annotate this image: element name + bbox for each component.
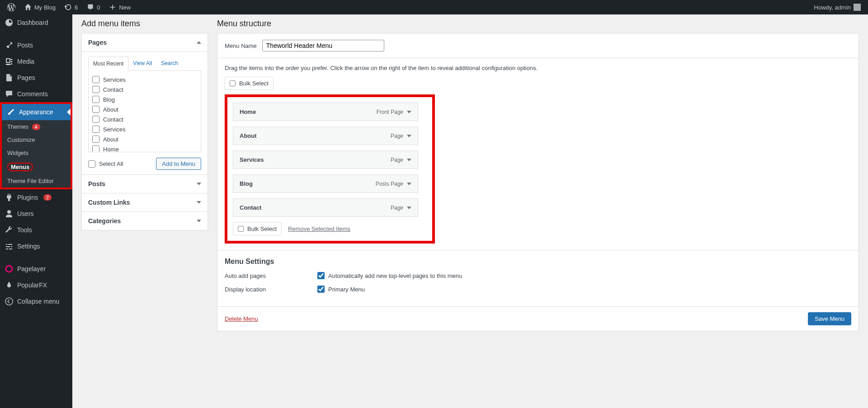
highlighted-appearance-section: Appearance Themes 4 Customize Widgets Me… bbox=[0, 102, 72, 189]
sidebar-media[interactable]: Media bbox=[0, 53, 72, 70]
tab-most-recent[interactable]: Most Recent bbox=[88, 56, 128, 71]
popularfx-icon bbox=[5, 281, 14, 290]
chevron-down-icon bbox=[197, 183, 201, 185]
comments-link[interactable]: 0 bbox=[83, 0, 104, 14]
plus-icon bbox=[109, 4, 116, 11]
plugins-badge: 2 bbox=[43, 194, 52, 201]
page-checkbox-item[interactable]: Contact bbox=[92, 114, 197, 124]
brush-icon bbox=[6, 108, 15, 117]
sidebar-pagelayer[interactable]: Pagelayer bbox=[0, 261, 72, 277]
page-checkbox-item[interactable]: About bbox=[92, 104, 197, 114]
chevron-down-icon[interactable] bbox=[407, 111, 411, 113]
page-checkbox[interactable] bbox=[92, 96, 99, 103]
dashboard-icon bbox=[5, 18, 14, 27]
menu-structure-box: Menu Name Drag the items into the order … bbox=[217, 33, 859, 331]
save-menu-button[interactable]: Save Menu bbox=[808, 312, 851, 325]
chevron-down-icon[interactable] bbox=[407, 206, 411, 209]
sidebar-settings[interactable]: Settings bbox=[0, 238, 72, 254]
bulk-select-top[interactable]: Bulk Select bbox=[225, 77, 274, 90]
svg-point-1 bbox=[5, 298, 13, 305]
home-icon bbox=[24, 4, 32, 11]
menu-settings-title: Menu Settings bbox=[225, 258, 851, 266]
page-checkbox-item[interactable]: About bbox=[92, 134, 197, 144]
sidebar-comments[interactable]: Comments bbox=[0, 86, 72, 102]
wp-logo[interactable] bbox=[4, 0, 19, 14]
tab-view-all[interactable]: View All bbox=[128, 56, 156, 70]
tab-search[interactable]: Search bbox=[156, 56, 183, 70]
instructions-text: Drag the items into the order you prefer… bbox=[225, 65, 851, 71]
page-checkbox[interactable] bbox=[92, 106, 99, 113]
page-icon bbox=[5, 73, 14, 82]
page-checkbox[interactable] bbox=[92, 136, 99, 143]
page-checkbox[interactable] bbox=[92, 76, 99, 83]
sidebar-appearance[interactable]: Appearance bbox=[2, 104, 71, 120]
sidebar-plugins[interactable]: Plugins 2 bbox=[0, 189, 72, 206]
pagelayer-icon bbox=[5, 264, 14, 273]
page-checkbox[interactable] bbox=[92, 126, 99, 133]
auto-add-label: Auto add pages bbox=[225, 272, 317, 279]
posts-panel-header[interactable]: Posts bbox=[82, 175, 208, 193]
chevron-down-icon[interactable] bbox=[407, 159, 411, 161]
menu-item[interactable]: Home Front Page bbox=[233, 103, 418, 121]
sidebar-collapse[interactable]: Collapse menu bbox=[0, 293, 72, 310]
menu-name-input[interactable] bbox=[262, 40, 384, 52]
pin-icon bbox=[5, 41, 14, 50]
new-link[interactable]: New bbox=[105, 0, 134, 14]
sidebar-sub-customize[interactable]: Customize bbox=[2, 133, 71, 146]
bulk-select-bottom[interactable]: Bulk Select bbox=[233, 222, 282, 235]
categories-panel: Categories bbox=[81, 212, 208, 230]
chevron-down-icon bbox=[197, 220, 201, 222]
sidebar-posts[interactable]: Posts bbox=[0, 37, 72, 53]
updates-link[interactable]: 6 bbox=[61, 0, 81, 14]
chevron-down-icon[interactable] bbox=[407, 183, 411, 185]
sidebar-dashboard[interactable]: Dashboard bbox=[0, 14, 72, 31]
sidebar-pages[interactable]: Pages bbox=[0, 70, 72, 86]
menu-item[interactable]: Services Page bbox=[233, 150, 418, 169]
menu-item[interactable]: About Page bbox=[233, 127, 418, 145]
sidebar-sub-themes[interactable]: Themes 4 bbox=[2, 120, 71, 133]
page-checkbox-item[interactable]: Services bbox=[92, 124, 197, 134]
sidebar-popularfx[interactable]: PopularFX bbox=[0, 277, 72, 293]
menu-name-label: Menu Name bbox=[225, 42, 257, 49]
collapse-icon bbox=[5, 297, 14, 306]
howdy-link[interactable]: Howdy, admin bbox=[811, 0, 864, 14]
pages-panel-header[interactable]: Pages bbox=[82, 33, 208, 52]
menu-item[interactable]: Contact Page bbox=[233, 198, 418, 217]
auto-add-checkbox[interactable]: Automatically add new top-level pages to… bbox=[317, 272, 462, 279]
pages-list[interactable]: Services Contact Blog About Contact Serv… bbox=[88, 71, 201, 152]
page-checkbox-item[interactable]: Home bbox=[92, 144, 197, 152]
categories-panel-header[interactable]: Categories bbox=[82, 212, 208, 230]
remove-selected-link[interactable]: Remove Selected Items bbox=[288, 225, 350, 232]
menu-item[interactable]: Blog Posts Page bbox=[233, 174, 418, 193]
media-icon bbox=[5, 57, 14, 66]
page-checkbox-item[interactable]: Services bbox=[92, 75, 197, 84]
primary-menu-checkbox[interactable]: Primary Menu bbox=[317, 286, 365, 293]
chevron-down-icon bbox=[197, 201, 201, 204]
sidebar-sub-widgets[interactable]: Widgets bbox=[2, 146, 71, 159]
comments-icon bbox=[5, 89, 14, 98]
page-checkbox[interactable] bbox=[92, 145, 99, 152]
menu-structure-title: Menu structure bbox=[217, 19, 859, 28]
select-all-checkbox[interactable]: Select All bbox=[88, 159, 123, 169]
site-name-link[interactable]: My Blog bbox=[21, 0, 59, 14]
custom-links-panel-header[interactable]: Custom Links bbox=[82, 193, 208, 211]
page-checkbox-item[interactable]: Blog bbox=[92, 94, 197, 104]
add-menu-items-title: Add menu items bbox=[81, 19, 208, 28]
chevron-down-icon[interactable] bbox=[407, 135, 411, 137]
page-checkbox[interactable] bbox=[92, 86, 99, 93]
sidebar-tools[interactable]: Tools bbox=[0, 222, 72, 238]
sidebar-sub-theme-file-editor[interactable]: Theme File Editor bbox=[2, 174, 71, 188]
posts-panel: Posts bbox=[81, 175, 208, 193]
sidebar-users[interactable]: Users bbox=[0, 206, 72, 222]
add-to-menu-button[interactable]: Add to Menu bbox=[156, 158, 201, 170]
page-checkbox-item[interactable]: Contact bbox=[92, 84, 197, 94]
refresh-icon bbox=[65, 4, 72, 11]
sidebar-sub-menus[interactable]: Menus bbox=[2, 159, 71, 174]
sliders-icon bbox=[5, 242, 14, 251]
page-checkbox[interactable] bbox=[92, 116, 99, 123]
delete-menu-link[interactable]: Delete Menu bbox=[225, 315, 258, 322]
admin-sidebar: Dashboard Posts Media Pages Comments App… bbox=[0, 14, 72, 336]
plug-icon bbox=[5, 193, 14, 202]
svg-point-0 bbox=[6, 266, 12, 272]
themes-badge: 4 bbox=[32, 124, 40, 130]
